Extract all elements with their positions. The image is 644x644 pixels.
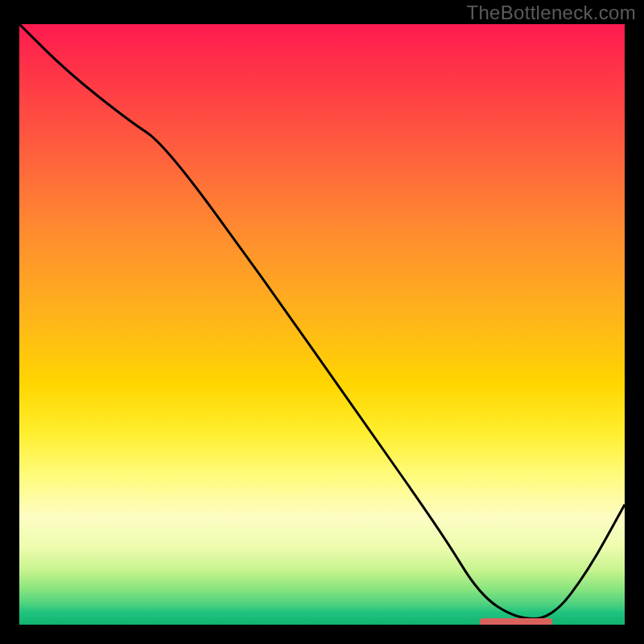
- curve-layer: [19, 24, 625, 625]
- bottleneck-curve: [19, 24, 625, 619]
- plot-area: [19, 24, 625, 625]
- watermark-text: TheBottleneck.com: [466, 2, 636, 24]
- optimal-range-indicator: [480, 618, 552, 625]
- chart-frame: TheBottleneck.com: [0, 0, 644, 644]
